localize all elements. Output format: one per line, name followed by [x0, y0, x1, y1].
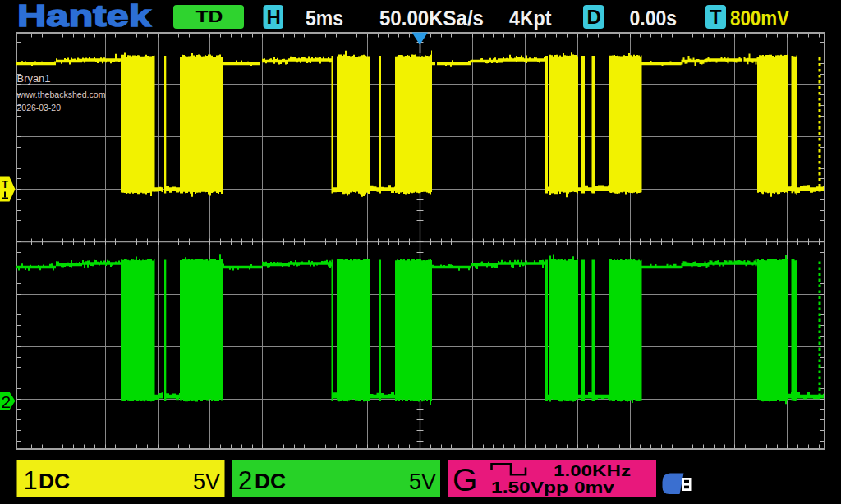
svg-text:5V: 5V — [193, 470, 220, 494]
svg-text:800mV: 800mV — [730, 6, 790, 30]
svg-text:2: 2 — [2, 392, 11, 411]
svg-text:Bryan1: Bryan1 — [17, 73, 51, 85]
svg-text:G: G — [453, 462, 477, 497]
svg-text:www.thebackshed.com: www.thebackshed.com — [16, 89, 106, 99]
svg-text:DC: DC — [39, 470, 70, 493]
svg-text:2026-03-20: 2026-03-20 — [17, 103, 62, 112]
svg-text:H: H — [267, 6, 281, 28]
svg-text:1.50Vpp 0mv: 1.50Vpp 0mv — [491, 479, 615, 496]
svg-text:T: T — [2, 179, 8, 190]
svg-text:0.00s: 0.00s — [630, 6, 678, 30]
svg-text:50.00KSa/s: 50.00KSa/s — [379, 6, 484, 30]
svg-text:TD: TD — [196, 7, 223, 25]
svg-text:4Kpt: 4Kpt — [509, 6, 552, 30]
svg-text:2: 2 — [238, 466, 252, 495]
svg-text:1.00KHz: 1.00KHz — [554, 462, 631, 479]
svg-text:T: T — [710, 6, 722, 28]
svg-text:5V: 5V — [409, 470, 436, 494]
svg-text:D: D — [587, 6, 601, 28]
svg-text:1: 1 — [24, 466, 38, 495]
svg-text:Hantek: Hantek — [17, 0, 152, 33]
svg-text:DC: DC — [255, 470, 286, 493]
svg-text:5ms: 5ms — [306, 6, 343, 30]
